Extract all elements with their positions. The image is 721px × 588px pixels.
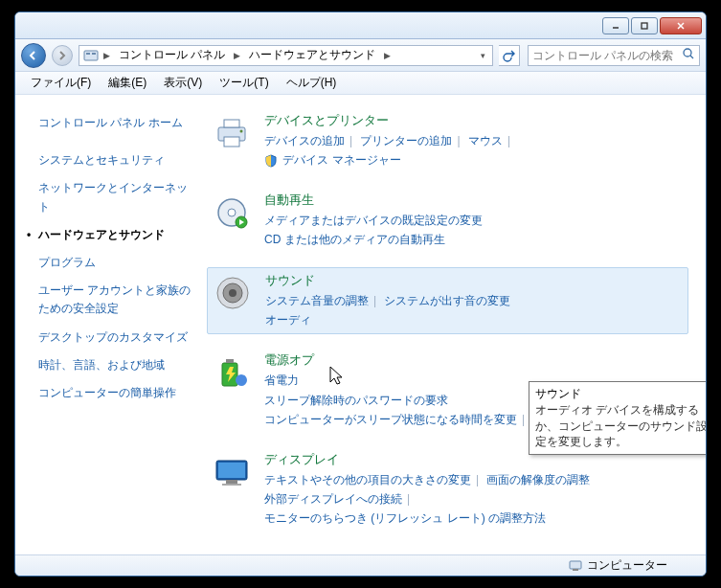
sidebar-item-security[interactable]: システムとセキュリティ: [23, 147, 199, 173]
link-add-printer[interactable]: プリンターの追加: [360, 134, 452, 147]
svg-point-21: [236, 374, 247, 386]
category-autoplay: 自動再生 メディアまたはデバイスの既定設定の変更 CD または他のメディアの自動…: [207, 188, 688, 254]
svg-rect-1: [642, 23, 647, 29]
svg-point-7: [684, 49, 691, 57]
sidebar-item-users[interactable]: ユーザー アカウントと家族のための安全設定: [23, 278, 199, 322]
svg-rect-20: [226, 359, 234, 363]
link-refresh-rate[interactable]: モニターのちらつき (リフレッシュ レート) の調整方法: [264, 511, 546, 525]
tooltip-title: サウンド: [535, 386, 706, 402]
svg-rect-4: [84, 51, 98, 60]
svg-rect-10: [224, 120, 239, 127]
sidebar-item-access[interactable]: コンピューターの簡単操作: [23, 380, 199, 406]
breadcrumb[interactable]: ▶ コントロール パネル ▶ ハードウェアとサウンド ▶ ▾: [79, 45, 493, 66]
link-resolution[interactable]: 画面の解像度の調整: [486, 473, 590, 486]
menu-tools[interactable]: ツール(T): [212, 73, 276, 93]
breadcrumb-item-hardware-sound[interactable]: ハードウェアとサウンド: [245, 47, 379, 63]
content: デバイスとプリンター デバイスの追加| プリンターの追加| マウス| デバイス …: [207, 95, 706, 554]
svg-rect-5: [86, 53, 90, 55]
svg-rect-25: [222, 484, 241, 486]
sidebar-item-home[interactable]: コントロール パネル ホーム: [23, 110, 199, 136]
printer-icon: [211, 112, 253, 154]
category-title-autoplay[interactable]: 自動再生: [264, 192, 314, 209]
link-power-save[interactable]: 省電力: [264, 373, 299, 387]
statusbar: コンピューター: [15, 554, 706, 576]
svg-line-8: [690, 56, 693, 58]
category-display: ディスプレイ テキストやその他の項目の大きさの変更| 画面の解像度の調整 外部デ…: [207, 447, 688, 532]
link-audio[interactable]: オーディ: [265, 313, 311, 327]
status-text: コンピューター: [587, 557, 667, 574]
menu-view[interactable]: 表示(V): [156, 73, 210, 93]
chevron-right-icon[interactable]: ▶: [231, 51, 243, 60]
autoplay-icon: [211, 192, 253, 234]
svg-rect-26: [570, 561, 581, 569]
link-mouse[interactable]: マウス: [468, 134, 503, 147]
link-add-device[interactable]: デバイスの追加: [264, 134, 345, 147]
forward-button[interactable]: [52, 45, 73, 66]
link-system-sounds[interactable]: システムが出す音の変更: [384, 294, 510, 307]
search-icon[interactable]: [682, 47, 695, 63]
chevron-down-icon[interactable]: ▾: [478, 51, 488, 60]
maximize-button[interactable]: [631, 17, 658, 34]
category-title-devices[interactable]: デバイスとプリンター: [264, 112, 389, 129]
svg-rect-24: [226, 480, 237, 484]
sidebar-item-region[interactable]: 時計、言語、および地域: [23, 352, 199, 378]
tooltip-body: オーディオ デバイスを構成するか、コンピューターのサウンド設定を変更します。: [535, 402, 706, 450]
svg-rect-23: [218, 463, 245, 478]
search-box[interactable]: [528, 45, 700, 66]
category-devices: デバイスとプリンター デバイスの追加| プリンターの追加| マウス| デバイス …: [207, 108, 688, 174]
display-icon: [211, 451, 253, 493]
chevron-right-icon[interactable]: ▶: [381, 51, 394, 60]
breadcrumb-item-control-panel[interactable]: コントロール パネル: [115, 47, 229, 63]
sidebar: コントロール パネル ホーム システムとセキュリティ ネットワークとインターネッ…: [15, 95, 207, 554]
menubar: ファイル(F) 編集(E) 表示(V) ツール(T) ヘルプ(H): [15, 72, 706, 95]
chevron-right-icon[interactable]: ▶: [101, 51, 113, 60]
back-button[interactable]: [21, 43, 46, 68]
close-button[interactable]: [660, 17, 702, 34]
link-system-volume[interactable]: システム音量の調整: [265, 294, 369, 307]
sidebar-item-desktop[interactable]: デスクトップのカスタマイズ: [23, 325, 199, 351]
body: コントロール パネル ホーム システムとセキュリティ ネットワークとインターネッ…: [15, 95, 706, 554]
speaker-icon: [212, 272, 254, 314]
link-device-manager[interactable]: デバイス マネージャー: [282, 153, 400, 167]
menu-file[interactable]: ファイル(F): [23, 73, 99, 93]
svg-point-14: [228, 209, 236, 216]
menu-edit[interactable]: 編集(E): [101, 73, 154, 93]
link-external-display[interactable]: 外部ディスプレイへの接続: [264, 492, 402, 506]
sidebar-item-network[interactable]: ネットワークとインターネット: [23, 175, 199, 219]
search-input[interactable]: [532, 49, 682, 62]
category-title-display[interactable]: ディスプレイ: [264, 451, 339, 468]
link-sleep-time[interactable]: コンピューターがスリープ状態になる時間を変更: [264, 413, 517, 426]
titlebar: [15, 12, 706, 39]
link-text-size[interactable]: テキストやその他の項目の大きさの変更: [264, 473, 471, 486]
refresh-button[interactable]: [499, 45, 520, 66]
navbar: ▶ コントロール パネル ▶ ハードウェアとサウンド ▶ ▾: [15, 39, 706, 72]
menu-help[interactable]: ヘルプ(H): [279, 73, 345, 93]
sidebar-item-programs[interactable]: プログラム: [23, 250, 199, 276]
shield-icon: [264, 154, 278, 168]
category-title-sound[interactable]: サウンド: [265, 272, 315, 289]
sidebar-item-hardware[interactable]: ハードウェアとサウンド: [23, 222, 199, 248]
link-cd-autoplay[interactable]: CD または他のメディアの自動再生: [264, 233, 445, 246]
svg-point-12: [240, 130, 243, 133]
power-icon: [211, 351, 253, 394]
window: ▶ コントロール パネル ▶ ハードウェアとサウンド ▶ ▾ ファイル(F) 編…: [14, 11, 707, 577]
link-sleep-password[interactable]: スリープ解除時のパスワードの要求: [264, 394, 448, 407]
category-sound: サウンド システム音量の調整| システムが出す音の変更 オーディ: [207, 267, 688, 335]
computer-icon: [568, 558, 583, 574]
svg-rect-27: [573, 569, 578, 571]
tooltip: サウンド オーディオ デバイスを構成するか、コンピューターのサウンド設定を変更し…: [529, 381, 706, 455]
svg-rect-11: [224, 137, 239, 147]
link-media-default[interactable]: メディアまたはデバイスの既定設定の変更: [264, 214, 483, 227]
svg-rect-6: [92, 53, 96, 55]
category-title-power[interactable]: 電源オプ: [264, 351, 314, 369]
svg-point-18: [229, 289, 237, 297]
control-panel-icon: [83, 48, 99, 63]
minimize-button[interactable]: [602, 17, 629, 34]
